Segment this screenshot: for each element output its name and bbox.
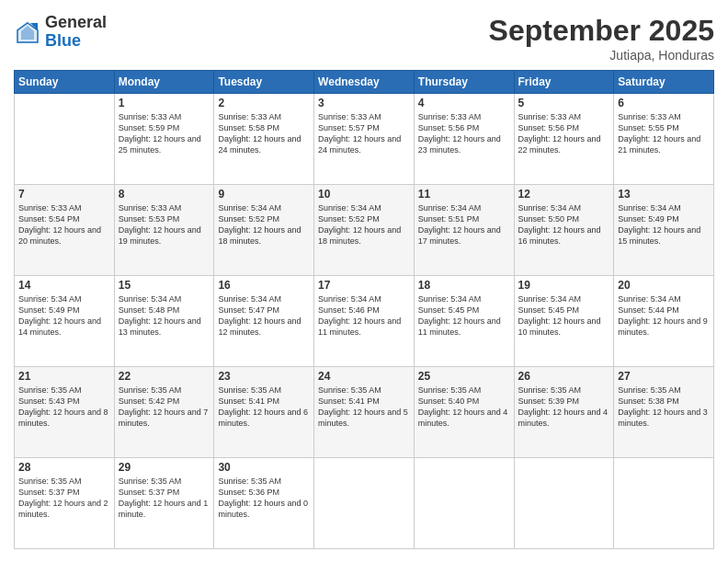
cell-info: Sunrise: 5:35 AMSunset: 5:36 PMDaylight:… [218,476,310,521]
day-number: 28 [18,461,110,474]
cell-info: Sunrise: 5:34 AMSunset: 5:51 PMDaylight:… [418,202,510,247]
day-number: 26 [518,370,610,383]
cell-info: Sunrise: 5:34 AMSunset: 5:52 PMDaylight:… [318,202,410,247]
cell-info: Sunrise: 5:35 AMSunset: 5:39 PMDaylight:… [518,385,610,430]
table-row: 16Sunrise: 5:34 AMSunset: 5:47 PMDayligh… [214,276,314,367]
col-monday: Monday [114,71,214,94]
day-number: 9 [218,188,310,201]
cell-info: Sunrise: 5:33 AMSunset: 5:58 PMDaylight:… [218,111,310,156]
day-number: 18 [418,279,510,292]
day-number: 6 [618,97,710,109]
table-row: 11Sunrise: 5:34 AMSunset: 5:51 PMDayligh… [414,185,514,276]
table-row: 1Sunrise: 5:33 AMSunset: 5:59 PMDaylight… [114,94,214,185]
logo-blue: Blue [45,32,107,51]
table-row: 9Sunrise: 5:34 AMSunset: 5:52 PMDaylight… [214,185,314,276]
table-row [314,458,415,549]
col-saturday: Saturday [614,71,714,94]
calendar-week-row: 28Sunrise: 5:35 AMSunset: 5:37 PMDayligh… [15,458,714,549]
day-number: 27 [618,370,710,383]
col-sunday: Sunday [15,71,115,94]
day-number: 7 [18,188,110,201]
cell-info: Sunrise: 5:33 AMSunset: 5:56 PMDaylight:… [518,111,610,156]
table-row: 20Sunrise: 5:34 AMSunset: 5:44 PMDayligh… [614,276,714,367]
logo-icon [14,18,41,46]
day-number: 20 [618,279,710,292]
calendar-header-row: Sunday Monday Tuesday Wednesday Thursday… [15,71,714,94]
day-number: 10 [318,188,410,201]
cell-info: Sunrise: 5:34 AMSunset: 5:45 PMDaylight:… [418,293,510,339]
month-title: September 2025 [489,14,714,48]
day-number: 21 [18,370,110,383]
day-number: 13 [618,188,710,201]
cell-info: Sunrise: 5:33 AMSunset: 5:53 PMDaylight:… [119,202,210,247]
table-row: 23Sunrise: 5:35 AMSunset: 5:41 PMDayligh… [214,367,314,458]
table-row: 19Sunrise: 5:34 AMSunset: 5:45 PMDayligh… [514,276,614,367]
day-number: 11 [418,188,510,201]
calendar-week-row: 7Sunrise: 5:33 AMSunset: 5:54 PMDaylight… [15,185,714,276]
title-area: September 2025 Jutiapa, Honduras [489,14,714,63]
calendar-week-row: 1Sunrise: 5:33 AMSunset: 5:59 PMDaylight… [15,94,714,185]
cell-info: Sunrise: 5:34 AMSunset: 5:52 PMDaylight:… [218,202,310,247]
table-row: 7Sunrise: 5:33 AMSunset: 5:54 PMDaylight… [15,185,115,276]
calendar-page: General Blue September 2025 Jutiapa, Hon… [0,0,728,563]
table-row: 3Sunrise: 5:33 AMSunset: 5:57 PMDaylight… [314,94,415,185]
table-row: 27Sunrise: 5:35 AMSunset: 5:38 PMDayligh… [614,367,714,458]
header: General Blue September 2025 Jutiapa, Hon… [14,14,714,63]
day-number: 16 [218,279,310,292]
day-number: 19 [518,279,610,292]
table-row [614,458,714,549]
table-row: 4Sunrise: 5:33 AMSunset: 5:56 PMDaylight… [414,94,514,185]
cell-info: Sunrise: 5:35 AMSunset: 5:41 PMDaylight:… [318,385,410,430]
cell-info: Sunrise: 5:34 AMSunset: 5:49 PMDaylight:… [18,293,110,339]
day-number: 23 [218,370,310,383]
logo: General Blue [14,14,107,51]
table-row: 15Sunrise: 5:34 AMSunset: 5:48 PMDayligh… [114,276,214,367]
cell-info: Sunrise: 5:34 AMSunset: 5:48 PMDaylight:… [119,293,210,339]
table-row: 5Sunrise: 5:33 AMSunset: 5:56 PMDaylight… [514,94,614,185]
table-row: 26Sunrise: 5:35 AMSunset: 5:39 PMDayligh… [514,367,614,458]
day-number: 3 [318,97,410,109]
day-number: 22 [119,370,210,383]
day-number: 4 [418,97,510,109]
cell-info: Sunrise: 5:35 AMSunset: 5:37 PMDaylight:… [18,476,110,521]
calendar-table: Sunday Monday Tuesday Wednesday Thursday… [14,70,714,549]
logo-general: General [45,14,107,32]
table-row: 22Sunrise: 5:35 AMSunset: 5:42 PMDayligh… [114,367,214,458]
cell-info: Sunrise: 5:34 AMSunset: 5:45 PMDaylight:… [518,293,610,339]
day-number: 1 [119,97,210,109]
table-row: 24Sunrise: 5:35 AMSunset: 5:41 PMDayligh… [314,367,415,458]
cell-info: Sunrise: 5:34 AMSunset: 5:44 PMDaylight:… [618,293,710,339]
day-number: 29 [119,461,210,474]
col-wednesday: Wednesday [314,71,415,94]
cell-info: Sunrise: 5:35 AMSunset: 5:43 PMDaylight:… [18,385,110,430]
table-row: 28Sunrise: 5:35 AMSunset: 5:37 PMDayligh… [15,458,115,549]
table-row: 13Sunrise: 5:34 AMSunset: 5:49 PMDayligh… [614,185,714,276]
table-row: 29Sunrise: 5:35 AMSunset: 5:37 PMDayligh… [114,458,214,549]
day-number: 2 [218,97,310,109]
cell-info: Sunrise: 5:33 AMSunset: 5:59 PMDaylight:… [119,111,210,156]
day-number: 5 [518,97,610,109]
table-row [514,458,614,549]
day-number: 12 [518,188,610,201]
table-row: 14Sunrise: 5:34 AMSunset: 5:49 PMDayligh… [15,276,115,367]
calendar-week-row: 14Sunrise: 5:34 AMSunset: 5:49 PMDayligh… [15,276,714,367]
col-tuesday: Tuesday [214,71,314,94]
calendar-week-row: 21Sunrise: 5:35 AMSunset: 5:43 PMDayligh… [15,367,714,458]
table-row: 21Sunrise: 5:35 AMSunset: 5:43 PMDayligh… [15,367,115,458]
table-row: 6Sunrise: 5:33 AMSunset: 5:55 PMDaylight… [614,94,714,185]
table-row: 25Sunrise: 5:35 AMSunset: 5:40 PMDayligh… [414,367,514,458]
table-row: 8Sunrise: 5:33 AMSunset: 5:53 PMDaylight… [114,185,214,276]
location-subtitle: Jutiapa, Honduras [489,48,714,63]
cell-info: Sunrise: 5:35 AMSunset: 5:41 PMDaylight:… [218,385,310,430]
table-row: 10Sunrise: 5:34 AMSunset: 5:52 PMDayligh… [314,185,415,276]
cell-info: Sunrise: 5:33 AMSunset: 5:57 PMDaylight:… [318,111,410,156]
cell-info: Sunrise: 5:34 AMSunset: 5:47 PMDaylight:… [218,293,310,339]
col-friday: Friday [514,71,614,94]
table-row [15,94,115,185]
day-number: 8 [119,188,210,201]
cell-info: Sunrise: 5:33 AMSunset: 5:56 PMDaylight:… [418,111,510,156]
table-row: 12Sunrise: 5:34 AMSunset: 5:50 PMDayligh… [514,185,614,276]
day-number: 14 [18,279,110,292]
table-row: 18Sunrise: 5:34 AMSunset: 5:45 PMDayligh… [414,276,514,367]
logo-text: General Blue [45,14,107,51]
